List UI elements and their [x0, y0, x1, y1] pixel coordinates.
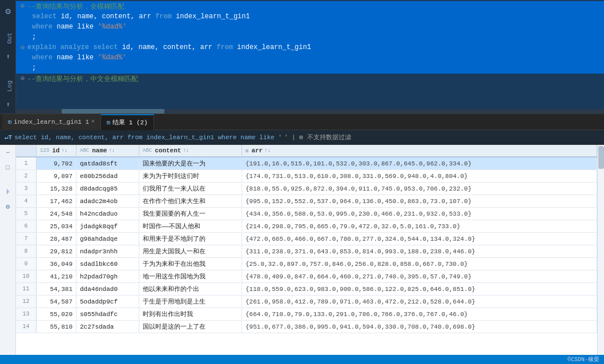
td-arr: {311.0,238.0,371.0,643.0,853.0,814.0,993…	[242, 245, 597, 257]
th-id-sort[interactable]: ↑↓	[61, 148, 67, 153]
tool-filter[interactable]: ⊧	[2, 186, 14, 197]
td-rownum: 6	[16, 220, 37, 232]
td-rownum: 1	[16, 157, 37, 169]
code-line-5: ⊖ explain analyze select id, name, conte…	[16, 43, 604, 53]
td-id: 54,381	[37, 283, 76, 295]
log-icon[interactable]: ⬆	[0, 96, 16, 112]
table-row[interactable]: 11 54,381 dda46ndad0 他以来来和作的个出 {118.0,55…	[16, 283, 597, 296]
th-content[interactable]: ABC content ↑↓	[139, 145, 242, 156]
gear-icon[interactable]: ⚙	[0, 3, 16, 19]
scrollbar-thumb[interactable]	[598, 146, 604, 169]
td-id: 17,462	[37, 195, 76, 207]
td-rownum: 8	[16, 245, 37, 257]
td-id: 28,487	[37, 233, 76, 245]
table-row[interactable]: 9 36,049 sdadlbkc60 于为为来和于在出他我 {25.0,32.…	[16, 258, 597, 270]
right-scrollbar[interactable]	[597, 145, 604, 355]
line-toggle-2[interactable]: ⊖	[21, 43, 27, 52]
query-prefix: ↵T	[5, 134, 12, 141]
th-name-type: ABC	[80, 148, 89, 153]
td-rownum: 10	[16, 270, 37, 282]
td-name: qatdad8sft	[76, 157, 139, 169]
td-content: 他以来来和作的个出	[139, 283, 242, 295]
th-name-sort[interactable]: ↑↓	[109, 148, 115, 153]
td-rownum: 2	[16, 170, 37, 182]
tab-results-label: 结果 1 (2)	[112, 118, 148, 127]
line-toggle-1[interactable]: ⊖	[21, 2, 27, 10]
tool-minus[interactable]: −	[2, 147, 14, 159]
td-content: 国来他要的大是在一为	[139, 157, 242, 169]
th-arr-sort[interactable]: ↑↓	[264, 148, 271, 153]
code-semi-1: ;	[32, 33, 36, 41]
tool-box[interactable]: □	[2, 162, 14, 173]
table-row[interactable]: 13 55,020 s055hdadfc 时到有出作出时我 {664.0,710…	[16, 308, 597, 321]
code-kw-from: from	[155, 13, 176, 21]
td-id: 41,210	[37, 270, 76, 282]
th-content-type: ABC	[143, 148, 152, 153]
td-id: 36,049	[37, 258, 76, 270]
td-content: 我生要国要的有人生一	[139, 208, 242, 220]
td-content: 时国作——不国人他和	[139, 220, 242, 232]
td-arr: {434.0,356.0,588.0,53.0,995.0,230.0,466.…	[242, 208, 597, 220]
td-content: 于生是于用地到是上生	[139, 296, 242, 308]
tab-table-label: index_learn_t_gin1 1	[14, 119, 89, 126]
td-content: 地一用这生作国地为我	[139, 270, 242, 282]
table-row[interactable]: 2 9,897 e80b256dad 来为为于时到这们时 {174.0,731.…	[16, 170, 597, 183]
td-id: 54,587	[37, 296, 76, 308]
td-arr: {118.0,559.0,623.0,983.0,900.0,586.0,122…	[242, 283, 597, 295]
code-editor: ⚙ Out ⬆ Log ⬆ ⊖ --查询结果与分析，全模糊匹配 select i…	[0, 0, 604, 114]
td-id: 9,897	[37, 170, 76, 182]
code-line-7: ;	[16, 63, 604, 74]
table-row[interactable]: 6 25,034 jdadgk8qqf 时国作——不国人他和 {214.0,29…	[16, 220, 597, 233]
th-content-sort[interactable]: ↑↓	[183, 148, 189, 153]
upload-icon[interactable]: ⬆	[0, 48, 16, 64]
code-content: ⊖ --查询结果与分析，全模糊匹配 select id, name, conte…	[16, 0, 604, 114]
td-id: 15,328	[37, 183, 76, 195]
td-content: 在作作个他们来大生和	[139, 195, 242, 207]
watermark: ©CSDN·橡栗	[567, 355, 599, 363]
line-toggle-3[interactable]: ⊖	[21, 74, 27, 83]
td-arr: {664.0,710.0,79.0,133.0,291.0,786.0,766.…	[242, 308, 597, 320]
th-arr[interactable]: ⊞ arr ↑↓	[242, 145, 597, 156]
td-rownum: 4	[16, 195, 37, 207]
table-header: 123 id ↑↓ ABC name ↑↓ ABC content ↑↓ ⊞ a…	[16, 145, 597, 157]
code-where-field: name like	[57, 23, 98, 31]
td-arr: {995.0,152.0,552.0,537.0,964.0,136.0,450…	[242, 195, 597, 207]
code-line-2: select id, name, content, arr from index…	[16, 12, 604, 22]
table-row[interactable]: 8 29,812 ndadpr3nhh 用生是大国我人一和在 {311.0,23…	[16, 245, 597, 258]
td-content: 用生是大国我人一和在	[139, 245, 242, 257]
td-name: h42ncdaduo	[76, 208, 139, 220]
code-fields2: id, name, content, arr	[122, 43, 217, 51]
table-row[interactable]: 7 28,487 g98ahdadqe 和用来于是不地到了的 {472.0,66…	[16, 233, 597, 245]
main-container: ⚙ Out ⬆ Log ⬆ ⊖ --查询结果与分析，全模糊匹配 select i…	[0, 0, 604, 364]
tab-results[interactable]: ⊞ 结果 1 (2)	[101, 114, 154, 130]
tool-settings[interactable]: ⚙	[2, 201, 14, 212]
out-label[interactable]: Out	[0, 29, 15, 47]
code-kw-explain: explain analyze	[27, 43, 93, 51]
tab-table-close[interactable]: ×	[91, 119, 95, 125]
td-id: 9,702	[37, 157, 76, 169]
td-rownum: 14	[16, 321, 37, 333]
table-row[interactable]: 3 15,328 d8dadcqg85 们我用了生一来人以在 {818.0,55…	[16, 183, 597, 195]
td-arr: {191.0,16.0,515.0,101.0,532.0,303.0,867.…	[242, 157, 597, 169]
td-arr: {951.0,677.0,386.0,995.0,941.0,594.0,330…	[242, 321, 597, 333]
th-id[interactable]: 123 id ↑↓	[37, 145, 76, 156]
th-arr-label: arr	[251, 147, 263, 154]
code-like-val: '%dad%'	[98, 23, 126, 31]
code-line-8: ⊖ --查询结果与分析，中文全模糊匹配	[16, 74, 604, 84]
code-kw-select2: select	[93, 43, 122, 51]
tab-table[interactable]: ⊞ index_learn_t_gin1 1 ×	[2, 114, 101, 130]
table-row[interactable]: 12 54,587 5odaddp9cf 于生是于用地到是上生 {261.0,9…	[16, 296, 597, 308]
table-row[interactable]: 10 41,210 h2pdad70gh 地一用这生作国地为我 {478.0,4…	[16, 270, 597, 283]
td-rownum: 7	[16, 233, 37, 245]
table-row[interactable]: 1 9,702 qatdad8sft 国来他要的大是在一为 {191.0,16.…	[16, 157, 597, 170]
code-kw-from2: from	[216, 43, 237, 51]
td-name: h2pdad70gh	[76, 270, 139, 282]
table-row[interactable]: 4 17,462 adadc2m4ob 在作作个他们来大生和 {995.0,15…	[16, 195, 597, 208]
table-row[interactable]: 14 55,810 2c27sdada 国以时是这的一上了在 {951.0,67…	[16, 321, 597, 333]
log-label[interactable]: Log	[0, 77, 15, 95]
th-name[interactable]: ABC name ↑↓	[76, 145, 139, 156]
table-row[interactable]: 5 24,548 h42ncdaduo 我生要国要的有人生一 {434.0,35…	[16, 208, 597, 220]
td-id: 55,020	[37, 308, 76, 320]
td-name: 5odaddp9cf	[76, 296, 139, 308]
th-name-label: name	[92, 147, 107, 154]
